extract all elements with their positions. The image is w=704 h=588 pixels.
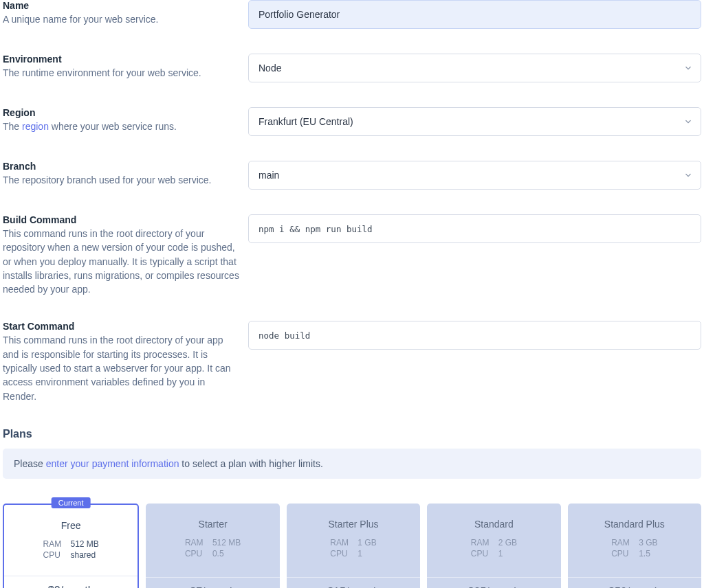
spec-ram-label: RAM xyxy=(330,538,351,547)
current-badge: Current xyxy=(52,497,91,508)
start-desc: This command runs in the root directory … xyxy=(3,333,240,403)
environment-desc: The runtime environment for your web ser… xyxy=(3,66,240,80)
region-label: Region xyxy=(3,107,240,118)
region-desc: The region where your web service runs. xyxy=(3,120,240,133)
spec-cpu-label: CPU xyxy=(471,549,492,558)
environment-select[interactable]: Node xyxy=(248,54,701,82)
plan-name: Starter Plus xyxy=(328,519,378,530)
spec-ram-label: RAM xyxy=(611,538,632,547)
spec-ram-value: 512 MB xyxy=(71,539,99,549)
spec-ram-value: 1 GB xyxy=(358,538,376,547)
spec-ram-value: 2 GB xyxy=(498,538,517,547)
name-input[interactable] xyxy=(248,0,701,29)
plan-name: Starter xyxy=(199,519,228,530)
plan-price: $15/month xyxy=(287,577,420,588)
plan-name: Free xyxy=(61,520,81,531)
plan-card-free[interactable]: CurrentFreeRAM512 MBCPUshared$0/month xyxy=(3,504,139,588)
plans-notice: Please enter your payment information to… xyxy=(3,449,701,479)
region-link[interactable]: region xyxy=(22,121,49,132)
spec-cpu-label: CPU xyxy=(330,549,351,558)
spec-cpu-value: shared xyxy=(71,550,96,560)
plan-price: $50/month xyxy=(568,577,701,588)
plan-name: Standard Plus xyxy=(604,519,665,530)
spec-ram-label: RAM xyxy=(185,538,206,547)
plan-price: $7/month xyxy=(146,577,279,588)
build-desc: This command runs in the root directory … xyxy=(3,227,240,296)
spec-cpu-value: 0.5 xyxy=(212,549,224,558)
plan-card-starter: StarterRAM512 MBCPU0.5$7/month xyxy=(146,504,279,588)
plan-price: $25/month xyxy=(427,577,560,588)
plan-price: $0/month xyxy=(4,576,138,588)
start-command-input[interactable] xyxy=(248,321,701,350)
spec-cpu-value: 1 xyxy=(358,549,362,558)
name-label: Name xyxy=(3,0,240,11)
spec-cpu-value: 1 xyxy=(498,549,503,558)
environment-label: Environment xyxy=(3,54,240,65)
build-command-input[interactable] xyxy=(248,214,701,243)
name-desc: A unique name for your web service. xyxy=(3,12,240,26)
spec-ram-value: 3 GB xyxy=(639,538,657,547)
spec-cpu-label: CPU xyxy=(43,550,64,560)
branch-select[interactable]: main xyxy=(248,161,701,190)
region-select[interactable]: Frankfurt (EU Central) xyxy=(248,107,701,136)
branch-desc: The repository branch used for your web … xyxy=(3,173,240,187)
spec-cpu-label: CPU xyxy=(611,549,632,558)
plans-heading: Plans xyxy=(3,428,701,440)
build-label: Build Command xyxy=(3,214,240,225)
payment-info-link[interactable]: enter your payment information xyxy=(46,458,179,469)
plan-card-standard: StandardRAM2 GBCPU1$25/month xyxy=(427,504,560,588)
spec-cpu-value: 1.5 xyxy=(639,549,650,558)
spec-cpu-label: CPU xyxy=(185,549,206,558)
start-label: Start Command xyxy=(3,321,240,332)
spec-ram-label: RAM xyxy=(471,538,492,547)
plan-card-standard-plus: Standard PlusRAM3 GBCPU1.5$50/month xyxy=(568,504,701,588)
plan-name: Standard xyxy=(474,519,514,530)
spec-ram-value: 512 MB xyxy=(212,538,241,547)
spec-ram-label: RAM xyxy=(43,539,64,549)
branch-label: Branch xyxy=(3,161,240,172)
plan-card-starter-plus: Starter PlusRAM1 GBCPU1$15/month xyxy=(287,504,420,588)
